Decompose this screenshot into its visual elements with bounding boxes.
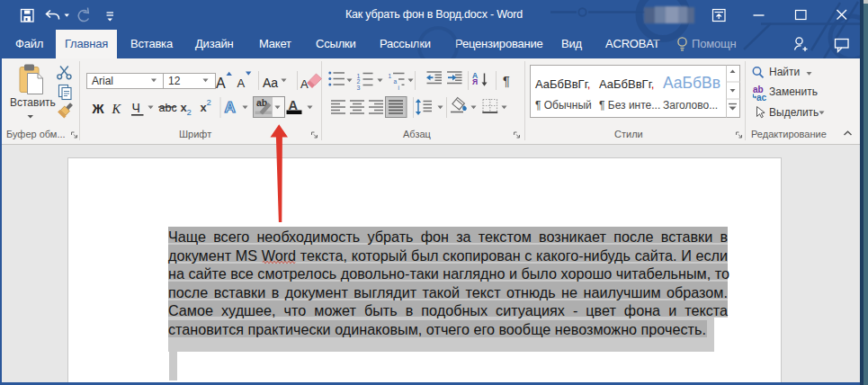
svg-text:1: 1 — [389, 73, 392, 79]
svg-text:А: А — [225, 99, 236, 116]
svg-text:i: i — [398, 85, 399, 91]
svg-text:¶: ¶ — [503, 74, 510, 88]
svg-text:А: А — [216, 76, 226, 91]
svg-text:ac: ac — [756, 93, 767, 103]
svg-text:Ж: Ж — [92, 102, 105, 116]
svg-text:a: a — [394, 78, 398, 85]
svg-text:Я: Я — [472, 77, 478, 86]
svg-text:2: 2 — [207, 97, 211, 107]
svg-text:К: К — [112, 102, 122, 116]
svg-text:А: А — [300, 77, 309, 91]
svg-text:А: А — [237, 76, 246, 90]
svg-text:2: 2 — [187, 107, 192, 117]
svg-text:Aa: Aa — [263, 76, 278, 90]
svg-text:Ч: Ч — [132, 101, 140, 115]
svg-text:3: 3 — [357, 85, 361, 91]
